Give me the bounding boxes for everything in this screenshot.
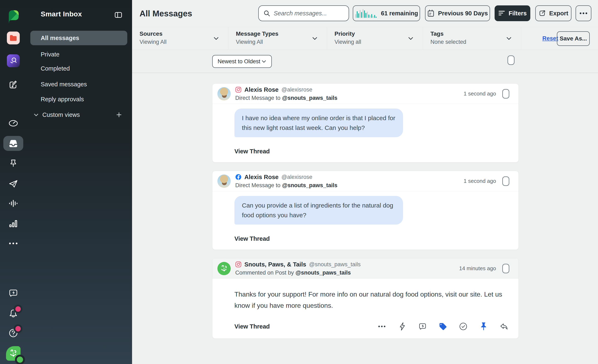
timestamp: 14 minutes ago [459, 265, 496, 272]
chevron-down-icon [312, 37, 318, 40]
facebook-icon [235, 174, 241, 180]
select-message-checkbox[interactable] [502, 89, 509, 98]
saved-reply-icon[interactable] [418, 322, 427, 331]
search-icon [263, 10, 270, 17]
view-thread-link[interactable]: View Thread [234, 323, 270, 330]
folders-rail-item[interactable] [7, 32, 20, 44]
search-input[interactable] [274, 10, 340, 17]
nav-label: All messages [41, 35, 79, 41]
brand-avatar[interactable] [6, 346, 21, 361]
chevron-down-icon [261, 60, 266, 63]
sort-order-value: Newest to Oldest [218, 58, 260, 65]
nav-label: Reply approvals [41, 96, 84, 103]
dog-logo-icon [219, 264, 229, 273]
filter-tags[interactable]: Tags None selected [423, 27, 521, 50]
message-context: Commented on Post by@snouts_paws_tails [235, 270, 361, 276]
save-as-button[interactable]: Save As... [557, 31, 590, 46]
date-range-button[interactable]: Previous 90 Days [425, 5, 490, 21]
dog-logo-icon [8, 348, 19, 358]
complete-check-icon[interactable] [459, 322, 468, 331]
listening-icon[interactable] [8, 199, 18, 208]
pin-rail-icon[interactable] [9, 159, 18, 168]
author-handle: @alexisrose [281, 174, 312, 180]
more-options-icon[interactable] [377, 322, 386, 331]
more-actions-button[interactable] [576, 5, 591, 21]
ellipsis-icon [580, 12, 587, 14]
filter-label: Sources [140, 31, 228, 37]
author-info: Alexis Rose @alexisrose Direct Message t… [235, 174, 337, 189]
context-prefix: Direct Message to [235, 95, 281, 101]
chevron-down-icon [506, 37, 512, 40]
select-all-checkbox[interactable] [507, 55, 515, 65]
compose-icon[interactable] [8, 80, 18, 89]
magnifier-face-icon [9, 57, 17, 65]
message-body: Thanks for your support! For more info o… [212, 289, 518, 339]
avatar[interactable] [217, 175, 231, 188]
select-message-checkbox[interactable] [502, 264, 509, 273]
publishing-icon[interactable] [8, 179, 18, 188]
notifications-bell-icon[interactable] [8, 308, 18, 318]
view-thread-link[interactable]: View Thread [234, 148, 270, 155]
help-icon[interactable] [8, 328, 18, 338]
message-text: Thanks for your support! For more info o… [234, 289, 508, 311]
message-card[interactable]: Alexis Rose @alexisrose Direct Message t… [212, 83, 519, 162]
filter-label: Message Types [236, 31, 327, 37]
sort-order-select[interactable]: Newest to Oldest [212, 55, 272, 68]
remaining-label: 61 remaining [381, 10, 418, 17]
sidebar-item-reply-approvals[interactable]: Reply approvals [30, 92, 127, 106]
pin-filled-icon[interactable] [479, 322, 488, 331]
context-prefix: Commented on Post by [235, 270, 294, 276]
view-thread-link[interactable]: View Thread [234, 235, 270, 242]
tag-icon[interactable] [438, 322, 448, 331]
sidebar-title: Smart Inbox [41, 10, 82, 18]
export-icon [538, 9, 546, 17]
reports-icon[interactable] [9, 219, 18, 228]
context-target: @snouts_paws_tails [282, 182, 337, 188]
more-rail-icon[interactable] [9, 242, 18, 245]
select-message-checkbox[interactable] [502, 176, 509, 186]
brand-avatar[interactable] [217, 262, 231, 275]
message-bubble: Can you provide a list of ingredients fo… [234, 196, 403, 225]
message-bubble: I have no idea where my online order is … [234, 109, 403, 137]
collapse-panel-icon[interactable] [114, 11, 123, 19]
app-rail-item[interactable] [7, 54, 20, 67]
smart-inbox-app: Smart Inbox All messages Private Complet… [0, 0, 598, 364]
author-handle: @alexisrose [281, 87, 312, 93]
filter-actions: Reset Save As... [521, 27, 598, 50]
chevron-down-icon [408, 37, 414, 40]
context-target: @snouts_paws_tails [282, 95, 337, 101]
sidebar: Smart Inbox All messages Private Complet… [0, 0, 132, 364]
add-custom-view-icon[interactable] [116, 112, 122, 118]
quick-action-bolt-icon[interactable] [398, 322, 407, 331]
filters-button[interactable]: Filters [495, 5, 530, 21]
dashboard-icon[interactable] [8, 119, 18, 127]
message-body: I have no idea where my online order is … [212, 109, 518, 162]
sidebar-item-saved-messages[interactable]: Saved messages [30, 77, 127, 91]
sidebar-item-all-messages[interactable]: All messages [30, 31, 127, 45]
author-name: Alexis Rose [244, 174, 278, 181]
avatar[interactable] [217, 87, 231, 100]
calendar-icon [427, 9, 435, 17]
author-handle: @snouts_paws_tails [309, 261, 361, 268]
automation-chat-icon[interactable] [8, 289, 18, 298]
messages-remaining-button[interactable]: 61 remaining [353, 5, 420, 21]
reply-icon[interactable] [499, 322, 508, 331]
message-card[interactable]: Alexis Rose @alexisrose Direct Message t… [212, 171, 519, 250]
filter-label: Priority [334, 31, 423, 37]
context-prefix: Direct Message to [235, 182, 281, 188]
message-card[interactable]: Snouts, Paws, & Tails @snouts_paws_tails… [212, 258, 519, 339]
custom-views-row[interactable]: Custom views [30, 108, 127, 121]
export-label: Export [549, 10, 568, 17]
filter-message-types[interactable]: Message Types Viewing All [228, 27, 327, 50]
topbar: All Messages [132, 0, 598, 27]
message-volume-sparkline-icon [355, 8, 378, 18]
inbox-rail-item[interactable] [3, 136, 23, 151]
sidebar-item-completed[interactable]: Completed [30, 62, 127, 75]
message-actions [377, 322, 508, 331]
filter-sources[interactable]: Sources Viewing All [132, 27, 228, 50]
export-button[interactable]: Export [535, 5, 571, 21]
sidebar-item-private[interactable]: Private [30, 48, 127, 61]
reset-filters-link[interactable]: Reset [542, 35, 558, 42]
filter-priority[interactable]: Priority Viewing all [327, 27, 423, 50]
message-header: Alexis Rose @alexisrose Direct Message t… [212, 171, 518, 191]
